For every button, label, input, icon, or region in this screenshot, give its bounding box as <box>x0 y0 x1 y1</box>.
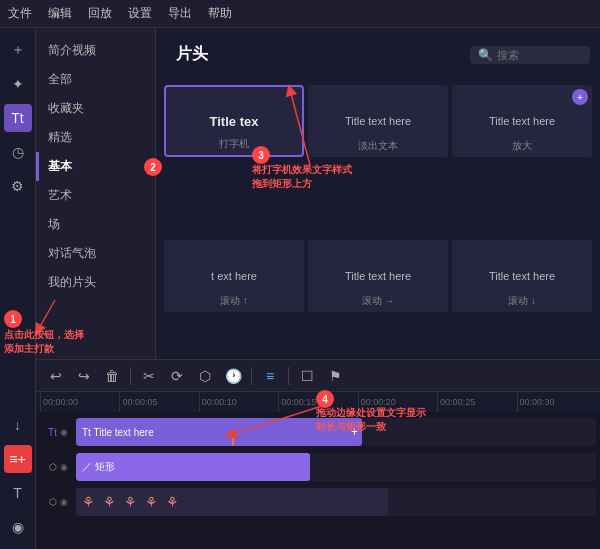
card-label-5: 滚动 → <box>362 294 395 308</box>
text-icon[interactable]: Tt <box>4 104 32 132</box>
card-text-3: Title text here <box>487 113 557 129</box>
track-controls-2: ⬡ ◉ <box>40 462 76 472</box>
time-10: 00:00:10 <box>199 392 278 412</box>
nav-featured[interactable]: 精选 <box>36 123 155 152</box>
track-type-icon-1: Tt <box>48 427 57 438</box>
timeline-area: ↩ ↪ 🗑 ✂ ⟳ ⬡ 🕐 ≡ ☐ ⚑ 00:00:00 00:00:05 00… <box>36 359 600 549</box>
menubar: 文件 编辑 回放 设置 导出 帮助 <box>0 0 600 28</box>
storyboard-button[interactable]: ☐ <box>295 364 319 388</box>
title-card-fadeout[interactable]: Title text here 淡出文本 <box>308 85 448 157</box>
card-label-1: 打字机 <box>219 137 249 151</box>
card-text-2: Title text here <box>343 113 413 129</box>
copy-button[interactable]: ⟳ <box>165 364 189 388</box>
time-5: 00:00:05 <box>119 392 198 412</box>
annotation-num-1: 1 <box>4 310 22 328</box>
snap-button[interactable]: ⬡ <box>193 364 217 388</box>
wand-icon[interactable]: ✦ <box>4 70 32 98</box>
track-body-3[interactable]: ⚘ ⚘ ⚘ ⚘ ⚘ <box>76 488 596 516</box>
align-button[interactable]: ≡ <box>258 364 282 388</box>
track-clip-rect[interactable]: ／ 矩形 <box>76 453 310 481</box>
flag-button[interactable]: ⚑ <box>323 364 347 388</box>
menu-playback[interactable]: 回放 <box>88 5 112 22</box>
annotation-text-4: 拖动边缘处设置文字显示时长与矩形一致 <box>316 406 426 434</box>
track-type-icon-3: ⬡ <box>49 497 57 507</box>
annotation-text-3: 将打字机效果文字样式拖到矩形上方 <box>252 163 352 191</box>
annotation-num-2: 2 <box>144 158 162 176</box>
toolbar-sep-1 <box>130 367 131 385</box>
menu-export[interactable]: 导出 <box>168 5 192 22</box>
toolbar-sep-2 <box>251 367 252 385</box>
time-button[interactable]: 🕐 <box>221 364 245 388</box>
track-controls-1: Tt ◉ <box>40 427 76 438</box>
nav-basic[interactable]: 基本 <box>36 152 155 181</box>
search-icon: 🔍 <box>478 48 493 62</box>
title-card-scroll-right[interactable]: Title text here 滚动 → <box>308 240 448 312</box>
nav-all[interactable]: 全部 <box>36 65 155 94</box>
clip-rect-label: ／ 矩形 <box>82 460 115 474</box>
nav-art[interactable]: 艺术 <box>36 181 155 210</box>
track-body-2[interactable]: ／ 矩形 <box>76 453 596 481</box>
clip-title-label: Tt Title text here <box>82 427 154 438</box>
flower-3: ⚘ <box>124 494 137 510</box>
card-label-2: 淡出文本 <box>358 139 398 153</box>
delete-button[interactable]: 🗑 <box>100 364 124 388</box>
track-eye-2[interactable]: ◉ <box>60 462 68 472</box>
add-to-timeline-btn[interactable]: + <box>572 89 588 105</box>
text2-icon[interactable]: T <box>4 479 32 507</box>
menu-edit[interactable]: 编辑 <box>48 5 72 22</box>
search-input[interactable] <box>497 49 577 61</box>
nav-intro[interactable]: 简介视频 <box>36 36 155 65</box>
track-eye-1[interactable]: ◉ <box>60 427 68 437</box>
card-label-4: 滚动 ↑ <box>220 294 248 308</box>
flower-1: ⚘ <box>82 494 95 510</box>
timeline-icon[interactable]: ≡+ <box>4 445 32 473</box>
flower-4: ⚘ <box>145 494 158 510</box>
clock-icon[interactable]: ◷ <box>4 138 32 166</box>
flower-2: ⚘ <box>103 494 116 510</box>
menu-help[interactable]: 帮助 <box>208 5 232 22</box>
toolbar: ↩ ↪ 🗑 ✂ ⟳ ⬡ 🕐 ≡ ☐ ⚑ <box>36 360 600 392</box>
nav-my-titles[interactable]: 我的片头 <box>36 268 155 297</box>
track-type-icon-2: ⬡ <box>49 462 57 472</box>
page-title: 片头 <box>166 36 218 73</box>
sidebar-icons: ＋ ✦ Tt ◷ ⚙ ↓ ≡+ T ◉ <box>0 28 36 549</box>
playhead <box>232 438 234 446</box>
flower-icons: ⚘ ⚘ ⚘ ⚘ ⚘ <box>82 494 179 510</box>
annotation-num-3: 3 <box>252 146 270 164</box>
time-25: 00:00:25 <box>437 392 516 412</box>
track-controls-3: ⬡ ◉ <box>40 497 76 507</box>
track-row-3: ⬡ ◉ ⚘ ⚘ ⚘ ⚘ ⚘ <box>40 486 596 518</box>
time-30: 00:00:30 <box>517 392 596 412</box>
card-label-3: 放大 <box>512 139 532 153</box>
card-label-6: 滚动 ↓ <box>508 294 536 308</box>
title-card-typewriter[interactable]: Title tex 打字机 <box>164 85 304 157</box>
titles-header: 片头 🔍 <box>156 28 600 81</box>
title-card-zoom[interactable]: Title text here 放大 + <box>452 85 592 157</box>
redo-button[interactable]: ↪ <box>72 364 96 388</box>
title-card-scroll-up[interactable]: t ext here 滚动 ↑ <box>164 240 304 312</box>
nav-favorites[interactable]: 收藏夹 <box>36 94 155 123</box>
card-text-4: t ext here <box>209 268 259 284</box>
track-row-2: ⬡ ◉ ／ 矩形 <box>40 451 596 483</box>
track-clip-flowers[interactable]: ⚘ ⚘ ⚘ ⚘ ⚘ <box>76 488 388 516</box>
toolbar-sep-3 <box>288 367 289 385</box>
card-text-6: Title text here <box>487 268 557 284</box>
plus-icon[interactable]: ＋ <box>4 36 32 64</box>
menu-file[interactable]: 文件 <box>8 5 32 22</box>
undo-button[interactable]: ↩ <box>44 364 68 388</box>
nav-scene[interactable]: 场 <box>36 210 155 239</box>
arrow-down-icon[interactable]: ↓ <box>4 411 32 439</box>
wrench-icon[interactable]: ⚙ <box>4 172 32 200</box>
flower-5: ⚘ <box>166 494 179 510</box>
time-0: 00:00:00 <box>40 392 119 412</box>
nav-bubble[interactable]: 对话气泡 <box>36 239 155 268</box>
card-text-1: Title tex <box>208 112 261 131</box>
menu-settings[interactable]: 设置 <box>128 5 152 22</box>
track-eye-3[interactable]: ◉ <box>60 497 68 507</box>
eye-icon[interactable]: ◉ <box>4 513 32 541</box>
annotation-text-1: 点击此按钮，选择添加主打款 <box>4 328 84 356</box>
title-card-scroll-down[interactable]: Title text here 滚动 ↓ <box>452 240 592 312</box>
cut-button[interactable]: ✂ <box>137 364 161 388</box>
search-bar: 🔍 <box>470 46 590 64</box>
card-text-5: Title text here <box>343 268 413 284</box>
